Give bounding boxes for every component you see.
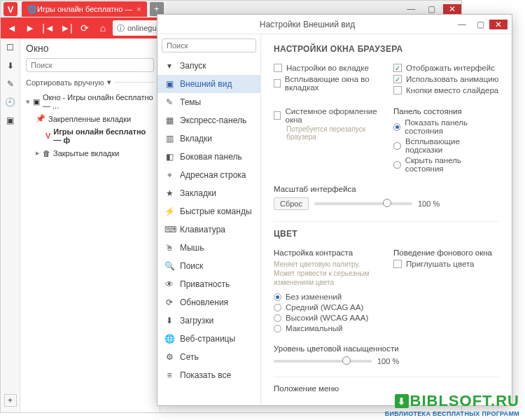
nav-icon: ⚡ [164, 206, 174, 216]
section-color-title: ЦВЕТ [274, 229, 499, 239]
settings-search-input[interactable] [162, 38, 256, 52]
section-browser-window-title: НАСТРОЙКИ ОКНА БРАУЗЕРА [274, 44, 499, 54]
reload-button[interactable]: ⟳ [76, 20, 93, 36]
nav-icon: ⬇ [164, 316, 174, 326]
globe-icon: 🌐 [27, 5, 37, 14]
window-panel: Окно Сортировать вручную ▾ ▾ ▣ Окно - Иг… [20, 38, 160, 412]
checkbox-Всплывающие окна во вкладках[interactable]: Всплывающие окна во вкладках [274, 75, 379, 92]
settings-nav-Сеть[interactable]: ⚙Сеть [158, 348, 260, 366]
settings-nav-Клавиатура[interactable]: ⌨Клавиатура [158, 220, 260, 239]
tab-title: Игры онлайн бесплатно — [37, 5, 132, 13]
settings-nav-Запуск[interactable]: ▾Запуск [158, 57, 260, 75]
statusbar-title: Панель состояния [393, 107, 499, 115]
tree-root[interactable]: ▾ ▣ Окно - Игры онлайн бесплатно — ... [26, 91, 154, 112]
settings-nav-Поиск[interactable]: 🔍Поиск [158, 257, 260, 275]
settings-nav-Вкладки[interactable]: ▥Вкладки [158, 130, 260, 148]
tree-closed[interactable]: ▸ 🗑 Закрытые вкладки [26, 146, 154, 160]
vivaldi-logo[interactable]: V [4, 2, 18, 16]
checkbox-mute-colors[interactable]: Приглушать цвета [393, 260, 499, 268]
nav-icon: 👁 [164, 279, 174, 289]
chevron-down-icon: ▾ [107, 78, 111, 87]
ui-scale-reset-button[interactable]: Сброс [274, 197, 309, 210]
panel-title: Окно [26, 43, 154, 54]
rewind-button[interactable]: |◄ [40, 20, 57, 36]
notes-icon[interactable]: ✎ [7, 79, 14, 89]
checkbox-Использовать анимацию[interactable]: Использовать анимацию [393, 75, 499, 83]
settings-title-text: Настройки Внешний вид [162, 20, 453, 29]
settings-content: НАСТРОЙКИ ОКНА БРАУЗЕРА Настройки во вкл… [261, 34, 512, 405]
side-rail: ☐ ⬇ ✎ 🕘 ▣ + [1, 38, 20, 412]
checkbox-Настройки во вкладке[interactable]: Настройки во вкладке [274, 64, 379, 72]
maximize-button[interactable]: ▢ [423, 4, 441, 14]
radio-Всплывающие подсказки[interactable]: Всплывающие подсказки [393, 137, 499, 154]
forward-button[interactable]: ► [22, 20, 38, 36]
nav-icon: ▾ [164, 61, 174, 71]
radio-Без изменений[interactable]: Без изменений [274, 293, 379, 301]
minimize-button[interactable]: — [402, 4, 420, 14]
back-button[interactable]: ◄ [4, 20, 20, 36]
info-icon: ⓘ [117, 23, 125, 34]
settings-nav-Мышь[interactable]: 🖱Мышь [158, 239, 260, 257]
history-icon[interactable]: 🕘 [5, 97, 15, 107]
settings-nav-Адресная строка[interactable]: ⌖Адресная строка [158, 166, 260, 184]
browser-tab[interactable]: 🌐 Игры онлайн бесплатно — × [22, 1, 147, 17]
radio-Средний (WCAG AA)[interactable]: Средний (WCAG AA) [274, 303, 379, 312]
ui-scale-value: 100 % [418, 200, 440, 208]
nav-icon: 🖱 [164, 243, 174, 253]
bookmarks-icon[interactable]: ☐ [6, 43, 14, 52]
settings-maximize-button[interactable]: ▢ [471, 20, 489, 29]
sort-label[interactable]: Сортировать вручную ▾ [26, 78, 154, 87]
settings-nav-Темы[interactable]: ✎Темы [158, 93, 260, 111]
saturation-slider[interactable] [274, 360, 372, 363]
nav-icon: ⌖ [164, 170, 174, 180]
tab-close-icon[interactable]: × [136, 5, 141, 13]
nav-icon: 🌐 [164, 334, 174, 344]
nav-icon: ⌨ [164, 225, 174, 234]
nav-icon: ✎ [164, 97, 174, 107]
settings-titlebar: Настройки Внешний вид — ▢ ✕ [158, 15, 512, 34]
settings-sidebar: ▾Запуск▣Внешний вид✎Темы▦Экспресс-панель… [158, 34, 261, 405]
watermark: ⬇BIBLSOFT.RU БИБЛИОТЕКА БЕСПЛАТНЫХ ПРОГР… [385, 392, 519, 417]
home-button[interactable]: ⌂ [94, 20, 111, 36]
saturation-value: 100 % [377, 357, 399, 365]
ui-scale-label: Масштаб интерфейса [274, 185, 499, 193]
radio-Высокий (WCAG AAA)[interactable]: Высокий (WCAG AAA) [274, 314, 379, 322]
tree-active-tab[interactable]: V Игры онлайн бесплатно — ф [26, 125, 154, 146]
window-buttons: — ▢ ✕ [402, 4, 461, 14]
settings-nav-Приватность[interactable]: 👁Приватность [158, 275, 260, 293]
settings-nav-Закладки[interactable]: ★Закладки [158, 184, 260, 202]
checkbox-Отображать интерфейс[interactable]: Отображать интерфейс [393, 64, 499, 72]
settings-minimize-button[interactable]: — [453, 20, 471, 29]
download-icon: ⬇ [395, 394, 409, 408]
nav-icon: ≡ [164, 370, 174, 380]
radio-Скрыть панель состояния[interactable]: Скрыть панель состояния [393, 156, 499, 173]
checkbox-system-theme[interactable]: Системное оформление окна [274, 107, 379, 124]
nav-icon: ⚙ [164, 352, 174, 362]
settings-nav-Экспресс-панель[interactable]: ▦Экспресс-панель [158, 111, 260, 130]
ffwd-button[interactable]: ►| [58, 20, 75, 36]
nav-icon: ★ [164, 188, 174, 198]
settings-nav-Боковая панель[interactable]: ◧Боковая панель [158, 148, 260, 166]
panel-search-input[interactable] [26, 58, 154, 72]
nav-icon: ▣ [164, 79, 174, 89]
settings-nav-Быстрые команды[interactable]: ⚡Быстрые команды [158, 202, 260, 220]
settings-nav-Внешний вид[interactable]: ▣Внешний вид [158, 75, 260, 93]
nav-icon: ⟳ [164, 298, 174, 307]
downloads-icon[interactable]: ⬇ [7, 61, 14, 71]
saturation-label: Уровень цветовой насыщенности [274, 344, 499, 353]
radio-Максимальный[interactable]: Максимальный [274, 324, 379, 332]
settings-nav-Обновления[interactable]: ⟳Обновления [158, 293, 260, 312]
nav-icon: ◧ [164, 152, 174, 162]
settings-close-button[interactable]: ✕ [489, 20, 507, 29]
contrast-desc: Меняет цветовую палитру. Может привести … [274, 260, 379, 287]
settings-nav-Веб-страницы[interactable]: 🌐Веб-страницы [158, 330, 260, 348]
settings-nav-Показать все[interactable]: ≡Показать все [158, 366, 260, 384]
window-icon[interactable]: ▣ [6, 115, 14, 125]
ui-scale-slider[interactable] [314, 202, 412, 205]
radio-Показать панель состояния[interactable]: Показать панель состояния [393, 118, 499, 135]
close-button[interactable]: ✕ [443, 4, 461, 14]
settings-nav-Загрузки[interactable]: ⬇Загрузки [158, 312, 260, 330]
add-panel-button[interactable]: + [4, 394, 17, 407]
checkbox-Кнопки вместо слайдера[interactable]: Кнопки вместо слайдера [393, 86, 499, 94]
tree-pinned[interactable]: 📌 Закрепленные вкладки [26, 112, 154, 125]
